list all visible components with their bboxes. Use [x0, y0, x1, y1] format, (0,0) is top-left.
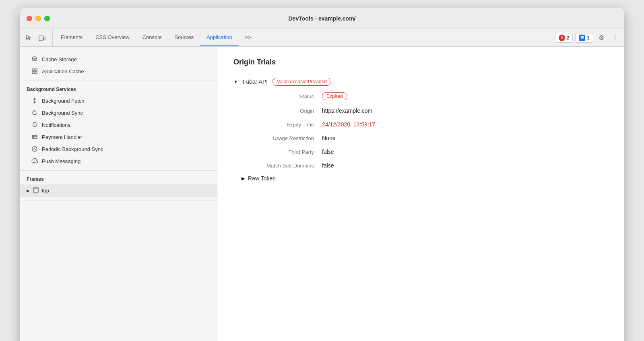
devtools-window: DevTools - example.com/ Elements CSS Ove… [20, 8, 624, 341]
sidebar-item-push-messaging[interactable]: Push Messaging [20, 155, 217, 167]
sidebar-item-top[interactable]: ▶ top [20, 184, 217, 197]
status-value: Expired [322, 92, 608, 100]
grid-icon [31, 68, 38, 74]
svg-rect-3 [32, 69, 34, 71]
svg-rect-5 [32, 72, 34, 74]
api-section: ▼ Fubar API ValidTokenNotProvided Status… [233, 78, 608, 182]
traffic-lights [27, 16, 50, 21]
tab-elements[interactable]: Elements [54, 29, 89, 46]
api-details: Status Expired Origin https://example.co… [242, 92, 608, 169]
sidebar-item-periodic-background-sync[interactable]: Periodic Background Sync [20, 143, 217, 155]
sidebar-item-cache-storage[interactable]: Cache Storage [20, 53, 217, 65]
arrows-updown-icon [31, 97, 38, 104]
tab-application[interactable]: Application [200, 29, 239, 46]
frame-icon [33, 187, 39, 194]
third-party-value: false [322, 149, 608, 155]
tab-sources[interactable]: Sources [168, 29, 200, 46]
raw-token-label: Raw Token [248, 175, 276, 182]
tab-css-overview[interactable]: CSS Overview [89, 29, 136, 46]
sidebar: Cache Storage Application Cache [20, 47, 217, 341]
more-options-icon[interactable]: ⋮ [609, 32, 621, 43]
device-toggle-icon[interactable] [36, 32, 47, 43]
expiry-label: Expiry Time [242, 121, 322, 128]
bell-icon [31, 122, 38, 128]
card-icon [31, 134, 38, 140]
tab-bar: Elements CSS Overview Console Sources Ap… [54, 29, 555, 46]
inspect-icon[interactable] [23, 32, 35, 43]
titlebar: DevTools - example.com/ [20, 8, 624, 29]
sidebar-item-application-cache[interactable]: Application Cache [20, 65, 217, 77]
match-subdomains-value: false [322, 162, 608, 169]
status-label: Status [242, 92, 322, 100]
frames-section: Frames ▶ top [20, 171, 217, 200]
match-subdomains-label: Match Sub-Domains [242, 162, 322, 169]
svg-rect-1 [43, 37, 45, 40]
api-status-badge: ValidTokenNotProvided [272, 78, 331, 86]
main-area: Cache Storage Application Cache [20, 47, 624, 341]
errors-button[interactable]: ✕ 2 [555, 33, 573, 43]
svg-rect-17 [33, 188, 38, 192]
stack-icon [31, 56, 38, 62]
svg-rect-11 [32, 135, 37, 138]
toolbar-actions [23, 29, 53, 46]
content-area: Origin Trials ▼ Fubar API ValidTokenNotP… [217, 47, 624, 341]
window-title: DevTools - example.com/ [288, 15, 355, 22]
warnings-button[interactable]: ☰ 1 [575, 33, 593, 43]
svg-rect-6 [35, 72, 37, 74]
usage-value: None [322, 135, 608, 141]
raw-token-row[interactable]: ▶ Raw Token [242, 175, 608, 182]
tab-more[interactable]: >> [239, 29, 258, 46]
storage-section: Cache Storage Application Cache [20, 50, 217, 81]
api-name: Fubar API [243, 79, 268, 85]
background-services-title: Background Services [20, 84, 217, 95]
origin-value: https://example.com [322, 107, 608, 114]
svg-rect-0 [39, 36, 43, 41]
sync-icon [31, 110, 38, 116]
sidebar-item-background-fetch[interactable]: Background Fetch [20, 95, 217, 107]
raw-token-expand-icon: ▶ [242, 176, 245, 181]
third-party-label: Third Party [242, 149, 322, 155]
error-icon: ✕ [559, 35, 565, 41]
maximize-button[interactable] [44, 16, 50, 21]
expired-badge: Expired [322, 92, 347, 100]
expiry-value: 24/12/2020, 13:59:17 [322, 121, 608, 128]
toolbar-right: ✕ 2 ☰ 1 ⚙ ⋮ [555, 29, 621, 46]
svg-line-16 [35, 149, 36, 150]
svg-point-2 [32, 57, 37, 58]
api-header: ▼ Fubar API ValidTokenNotProvided [233, 78, 608, 86]
minimize-button[interactable] [35, 16, 41, 21]
frames-title: Frames [20, 174, 217, 184]
warning-icon: ☰ [579, 35, 585, 41]
settings-icon[interactable]: ⚙ [596, 32, 607, 43]
tab-console[interactable]: Console [136, 29, 168, 46]
api-collapse-toggle[interactable]: ▼ [233, 79, 238, 84]
svg-rect-13 [33, 137, 34, 138]
clock-icon [31, 146, 38, 152]
page-title: Origin Trials [233, 58, 608, 66]
sidebar-item-payment-handler[interactable]: Payment Handler [20, 131, 217, 143]
cloud-icon [31, 158, 38, 164]
sidebar-item-notifications[interactable]: Notifications [20, 119, 217, 131]
toolbar: Elements CSS Overview Console Sources Ap… [20, 29, 624, 47]
close-button[interactable] [27, 16, 32, 21]
sidebar-item-background-sync[interactable]: Background Sync [20, 107, 217, 119]
svg-rect-4 [35, 69, 37, 71]
background-services-section: Background Services Background Fetch [20, 81, 217, 171]
usage-label: Usage Restriction [242, 135, 322, 141]
expand-arrow-icon: ▶ [27, 188, 30, 193]
origin-label: Origin [242, 107, 322, 114]
